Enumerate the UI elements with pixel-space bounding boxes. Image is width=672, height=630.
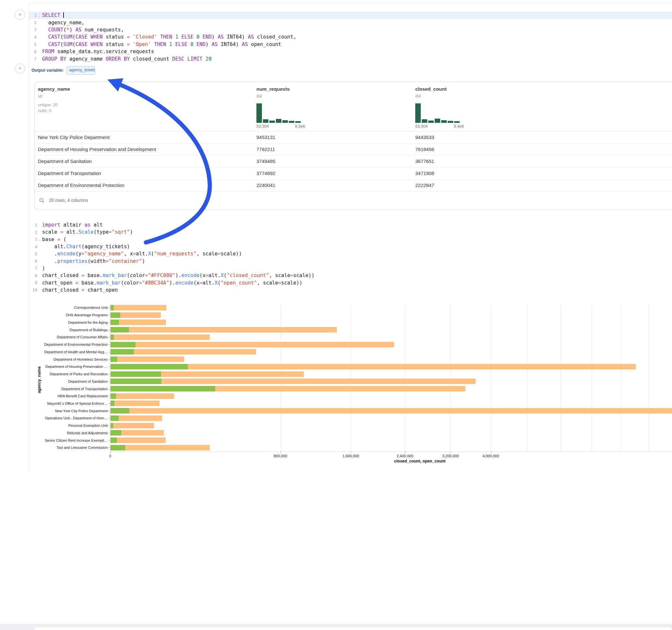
gridline: [405, 304, 405, 452]
code-line[interactable]: 8chart_closed = base.mark_bar(color="#FF…: [29, 272, 672, 279]
x-tick: [451, 452, 451, 453]
y-tick: [109, 389, 110, 389]
x-tick: [110, 452, 111, 453]
y-tick: [109, 418, 110, 418]
histogram-bar: [448, 121, 453, 123]
code-line[interactable]: 2scale = alt.Scale(type="sqrt"): [29, 228, 672, 236]
row-separator: [35, 179, 672, 179]
table-row[interactable]: Department of Housing Preservation and D…: [35, 143, 672, 155]
y-tick-label: Correspondence Unit: [74, 306, 107, 310]
line-number: 7: [29, 56, 37, 61]
x-tick: [405, 452, 405, 453]
search-icon[interactable]: [39, 198, 44, 203]
code-line[interactable]: 1⌄SELECT: [29, 12, 672, 19]
y-tick-label: Personal Exemption Unit: [68, 423, 107, 428]
line-number: 8: [29, 273, 37, 278]
code-line[interactable]: 3⌄base = (: [29, 236, 672, 243]
column-type: i64: [257, 94, 262, 98]
code-line[interactable]: 6 .properties(width="container"): [29, 257, 672, 264]
code-text: ): [42, 265, 45, 271]
y-tick: [109, 366, 110, 367]
table-cell: 3749485: [257, 155, 275, 167]
bar-closed-count: [111, 423, 154, 429]
fold-chevron-icon[interactable]: ⌄: [37, 238, 42, 241]
line-number: 2: [29, 230, 37, 235]
code-line[interactable]: 4 alt.Chart(agency_tickets): [29, 243, 672, 250]
code-line[interactable]: 7): [29, 265, 672, 272]
altair-chart: Correspondence UnitDHS Advantage Program…: [34, 301, 672, 473]
bar-closed-count: [111, 305, 166, 311]
x-tick-label: 2,400,000: [397, 454, 413, 458]
y-tick: [109, 433, 110, 433]
bar-closed-count: [111, 437, 166, 443]
line-number: 1: [29, 223, 37, 227]
bar-closed-count: [111, 327, 337, 333]
add-cell-button[interactable]: +: [15, 10, 25, 20]
gridline: [560, 304, 561, 452]
code-line[interactable]: 10chart_closed + chart_open: [29, 287, 672, 294]
table-cell: 3471908: [415, 167, 434, 179]
bar-open-count: [111, 423, 113, 429]
y-tick: [109, 382, 110, 382]
histogram-bar: [422, 119, 427, 123]
y-tick-label: Department of Parks and Recreation: [50, 372, 107, 376]
fold-chevron-icon[interactable]: ⌄: [37, 14, 42, 17]
code-line[interactable]: 5 CAST(SUM(CASE WHEN status = 'Open' THE…: [29, 41, 672, 48]
bar-open-count: [111, 327, 129, 333]
histogram-bar: [295, 121, 301, 123]
bar-closed-count: [111, 342, 394, 347]
code-line[interactable]: 9chart_open = base.mark_bar(color="#8BC3…: [29, 279, 672, 286]
python-editor[interactable]: 1import altair as alt2scale = alt.Scale(…: [29, 221, 672, 294]
code-line[interactable]: 7GROUP BY agency_name ORDER BY closed_co…: [29, 55, 672, 62]
bar-open-count: [111, 430, 121, 436]
table-cell: 2222847: [415, 179, 434, 191]
table-summary: 20 rows, 4 columns: [49, 198, 88, 203]
histogram-bar: [282, 120, 288, 123]
bar-open-count: [111, 305, 114, 311]
line-number: 5: [29, 42, 37, 47]
line-number: 10: [29, 287, 37, 292]
code-line[interactable]: 5 .encode(y="agency_name", x=alt.X("num_…: [29, 250, 672, 257]
line-number: 6: [29, 49, 37, 54]
output-variable-label: Output variable:: [31, 68, 64, 73]
bar-closed-count: [111, 335, 210, 340]
table-row[interactable]: New York City Police Department945313194…: [35, 131, 672, 143]
line-number: 7: [29, 266, 37, 271]
y-tick-label: DHS Advantage Programs: [66, 313, 107, 317]
code-line[interactable]: 1import altair as alt: [29, 221, 672, 228]
code-line[interactable]: 6FROM sample_data.nyc.service_requests: [29, 48, 672, 55]
sql-editor[interactable]: 1⌄SELECT 2 agency_name,3 COUNT(*) AS num…: [29, 12, 672, 63]
code-line[interactable]: 4 CAST(SUM(CASE WHEN status = 'Closed' T…: [29, 33, 672, 41]
y-tick: [109, 308, 110, 308]
histogram-bar: [289, 121, 294, 123]
output-variable-pill[interactable]: agency_tickets: [67, 67, 95, 75]
bar-open-count: [111, 379, 162, 384]
table-row[interactable]: Department of Environmental Protection22…: [35, 179, 672, 191]
table-row[interactable]: Department of Transportation377489234719…: [35, 167, 672, 179]
row-separator: [35, 155, 672, 155]
column-header[interactable]: agency_name: [38, 86, 70, 92]
table-row[interactable]: Department of Sanitation37494853677651: [35, 155, 672, 167]
bar-open-count: [111, 445, 125, 451]
x-tick-label: 800,000: [273, 454, 287, 458]
gridline: [491, 304, 491, 452]
bar-open-count: [111, 371, 161, 377]
code-line[interactable]: 3 COUNT(*) AS num_requests,: [29, 26, 672, 33]
code-text: CAST(SUM(CASE WHEN status = 'Closed' THE…: [42, 34, 296, 40]
column-header[interactable]: num_requests: [257, 86, 290, 92]
y-tick: [109, 330, 110, 330]
bar-closed-count: [111, 445, 210, 451]
y-tick-label: Department of Environmental Protection: [44, 343, 107, 346]
column-header[interactable]: closed_count: [415, 86, 447, 92]
y-tick: [109, 447, 110, 448]
code-line[interactable]: 2 agency_name,: [29, 19, 672, 26]
y-tick: [109, 337, 110, 337]
bar-closed-count: [111, 379, 476, 384]
table-cell: New York City Police Department: [38, 131, 110, 143]
add-cell-button[interactable]: +: [15, 64, 25, 74]
table-cell: 9443533: [415, 131, 434, 143]
bar-open-count: [111, 408, 129, 413]
table-cell: 3677651: [415, 155, 434, 167]
column-type: i64: [415, 94, 421, 98]
y-tick-label: Department of Buildings: [70, 328, 107, 332]
